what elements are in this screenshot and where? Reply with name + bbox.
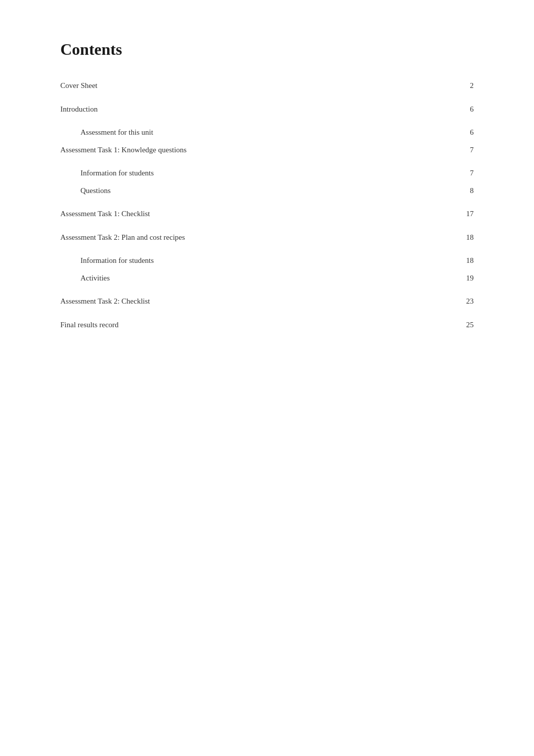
toc-item-label: Assessment Task 2: Plan and cost recipes [60, 229, 429, 246]
toc-row: Assessment Task 1: Knowledge questions7 [60, 141, 474, 159]
toc-row: Information for students18 [60, 252, 474, 269]
toc-row: Cover Sheet2 [60, 77, 474, 94]
toc-item-label: Assessment Task 1: Checklist [60, 205, 429, 223]
toc-item-page: 17 [429, 205, 474, 223]
toc-item-label: Assessment Task 1: Knowledge questions [60, 141, 429, 159]
toc-item-page: 19 [429, 269, 474, 287]
toc-row: Assessment for this unit6 [60, 124, 474, 141]
toc-item-page: 23 [429, 293, 474, 310]
toc-item-page: 6 [429, 101, 474, 118]
toc-spacer [60, 287, 474, 293]
toc-spacer [60, 94, 474, 101]
toc-item-page: 8 [429, 182, 474, 200]
toc-table: Cover Sheet2Introduction6Assessment for … [60, 77, 474, 333]
toc-row: Final results record25 [60, 316, 474, 334]
toc-row: Assessment Task 2: Checklist23 [60, 293, 474, 310]
toc-row: Activities19 [60, 269, 474, 287]
toc-row: Assessment Task 2: Plan and cost recipes… [60, 229, 474, 246]
toc-spacer [60, 310, 474, 316]
toc-item-page: 2 [429, 77, 474, 94]
toc-item-page: 18 [429, 229, 474, 246]
toc-item-label: Questions [60, 182, 429, 200]
toc-item-label: Information for students [60, 252, 429, 269]
toc-spacer [60, 223, 474, 229]
toc-spacer [60, 118, 474, 124]
toc-item-label: Final results record [60, 316, 429, 334]
toc-item-page: 7 [429, 164, 474, 182]
toc-item-page: 7 [429, 141, 474, 159]
toc-row: Questions8 [60, 182, 474, 200]
toc-row: Information for students7 [60, 164, 474, 182]
toc-row: Introduction6 [60, 101, 474, 118]
page: Contents Cover Sheet2Introduction6Assess… [0, 0, 534, 373]
toc-item-label: Activities [60, 269, 429, 287]
toc-item-page: 6 [429, 124, 474, 141]
toc-item-label: Assessment Task 2: Checklist [60, 293, 429, 310]
toc-item-label: Cover Sheet [60, 77, 429, 94]
toc-item-label: Assessment for this unit [60, 124, 429, 141]
toc-spacer [60, 199, 474, 205]
page-title: Contents [60, 40, 474, 59]
toc-spacer [60, 246, 474, 252]
toc-row: Assessment Task 1: Checklist17 [60, 205, 474, 223]
toc-spacer [60, 158, 474, 164]
toc-item-label: Information for students [60, 164, 429, 182]
toc-item-label: Introduction [60, 101, 429, 118]
toc-item-page: 18 [429, 252, 474, 269]
toc-item-page: 25 [429, 316, 474, 334]
